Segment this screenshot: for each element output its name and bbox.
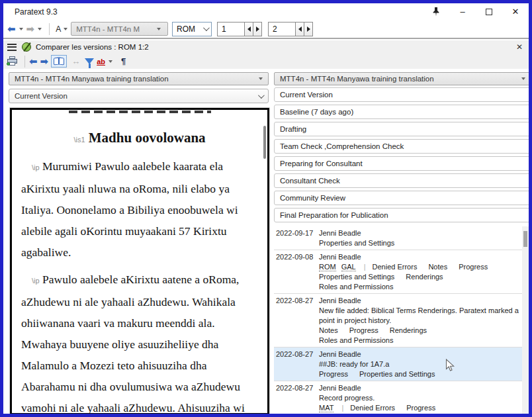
left-arrow-icon <box>298 26 302 32</box>
stage-item[interactable]: Consultant Check <box>274 173 531 188</box>
reference-project-combo[interactable]: MTT4n - MTT4n M <box>71 22 168 36</box>
history-entry[interactable]: 2022-08-27Jenni Beadle##JB: ready for 1A… <box>274 347 523 381</box>
compare-panel-toolbar: ⬅ ➡ ↔ ab ¶ <box>3 54 529 69</box>
chevron-down-icon <box>203 24 210 31</box>
stage-item[interactable]: Final Preparation for Publication <box>274 208 531 222</box>
navigation-toolbar: ⬅ ➡ A MTT4n - MTT4n M ROM 1 2 <box>3 20 529 39</box>
stage-item[interactable]: Preparing for Consultant <box>274 156 531 171</box>
next-change-button[interactable]: ➡ <box>40 55 49 68</box>
history-change-tag: Renderings <box>390 326 427 334</box>
section-heading-text: Madhu oovolowana <box>89 130 206 146</box>
print-button[interactable] <box>7 55 18 68</box>
history-change-tag: Renderings <box>406 273 443 281</box>
history-date: 2022-08-27 <box>274 349 319 379</box>
left-project-combo[interactable]: MTT4n - MTT4n Manyawa training translati… <box>9 72 269 85</box>
chevron-down-icon <box>521 77 525 80</box>
back-history-dropdown[interactable] <box>19 28 23 30</box>
compare-panel-header: Comparer les versions : ROM 1:2 ✕ <box>3 40 529 54</box>
title-bar: Paratext 9.3 – ✕ <box>3 3 529 20</box>
side-by-side-view-button[interactable] <box>51 55 67 68</box>
history-change-tag: Properties and Settings <box>359 370 435 378</box>
history-book-tag: MAT <box>319 404 333 412</box>
history-change-line: Properties and SettingsRenderings <box>319 272 523 282</box>
document-paragraph: \ip Pawulo aalebele aKirixtu aatene a oR… <box>21 269 258 415</box>
history-entry[interactable]: 2022-09-17Jenni BeadleProperties and Set… <box>274 226 523 250</box>
history-book-tag: ROM <box>319 263 336 271</box>
history-author: Jenni Beadle <box>319 296 523 306</box>
back-arrow-icon: ⬅ <box>7 23 16 35</box>
history-author: Jenni Beadle <box>319 252 523 262</box>
forward-button[interactable]: ➡ <box>26 23 35 35</box>
panel-menu-icon[interactable] <box>7 44 17 51</box>
history-change-tag: Denied Errors <box>350 404 395 412</box>
history-date: 2022-08-27 <box>274 383 319 413</box>
history-change-tag: Roles and Permissions <box>319 336 394 344</box>
previous-change-button[interactable]: ⬅ <box>29 55 38 68</box>
chevron-down-icon <box>109 60 112 63</box>
maximize-button[interactable] <box>476 4 502 20</box>
minimize-button[interactable]: – <box>449 4 476 20</box>
history-entry[interactable]: 2022-09-08Jenni BeadleROMGAL|Denied Erro… <box>274 250 523 293</box>
chapter-input[interactable]: 1 <box>217 22 245 36</box>
history-author: Jenni Beadle <box>319 228 523 238</box>
clipped-text-line <box>69 111 211 113</box>
scope-dropdown[interactable] <box>64 28 67 30</box>
scope-selector[interactable]: A <box>56 24 61 34</box>
history-book-tag: GAL <box>341 263 356 271</box>
history-author: Jenni Beadle <box>319 349 523 359</box>
separator <box>49 23 50 35</box>
history-comment: Record progress. <box>319 393 523 403</box>
separator: | <box>341 404 343 412</box>
forward-arrow-icon: ➡ <box>40 56 49 68</box>
panel-close-button[interactable]: ✕ <box>516 42 525 52</box>
hide-identical-button[interactable]: ab <box>97 55 116 68</box>
history-change-tag: Properties and Settings <box>319 273 394 281</box>
filter-icon <box>85 58 94 64</box>
back-button[interactable]: ⬅ <box>7 23 16 35</box>
chapter-spinner: 1 <box>217 22 262 36</box>
printer-icon <box>7 56 18 66</box>
stage-item[interactable]: Community Review <box>274 191 531 205</box>
verse-input[interactable]: 2 <box>268 22 296 36</box>
history-change-tag: Roles and Permissions <box>319 283 394 291</box>
chapter-prev-button[interactable] <box>245 22 253 36</box>
document-paragraph: \ip Murumiwi Pawulo aalebele kaarata ela… <box>21 156 258 263</box>
maximize-icon <box>486 9 492 15</box>
history-entry[interactable]: 2022-08-27Jenni BeadleRecord progress.MA… <box>274 381 523 414</box>
stage-item[interactable]: Drafting <box>274 122 531 136</box>
history-author: Jenni Beadle <box>319 383 523 393</box>
book-combo[interactable]: ROM <box>172 22 212 36</box>
usfm-marker: \ip <box>32 163 40 171</box>
stage-item[interactable]: Team Check ,Comprehension Check <box>274 139 531 154</box>
stage-label: Consultant Check <box>280 177 340 185</box>
history-change-tag: Notes <box>428 263 447 271</box>
history-change-line: Properties and Settings <box>319 238 523 248</box>
left-version-combo[interactable]: Current Version <box>9 89 269 103</box>
history-change-tag: Progress <box>319 370 348 378</box>
history-change-line: MAT|Denied ErrorsProgress <box>319 403 523 413</box>
filter-button[interactable] <box>85 55 94 68</box>
pin-icon[interactable] <box>423 4 449 20</box>
back-arrow-icon: ⬅ <box>29 56 38 68</box>
stage-item[interactable]: Baseline (7 days ago) <box>274 105 531 119</box>
history-change-line: NotesProgressRenderings <box>319 326 523 336</box>
resize-columns-button[interactable]: ↔ <box>69 55 82 68</box>
document-scrollbar-thumb[interactable] <box>263 126 266 159</box>
history-date: 2022-09-08 <box>274 252 319 292</box>
chapter-next-button[interactable] <box>253 22 262 36</box>
history-change-tag: Notes <box>319 326 338 334</box>
forward-arrow-icon: ➡ <box>26 23 35 35</box>
strikethrough-ab-icon: ab <box>97 58 105 66</box>
formatting-marks-button[interactable]: ¶ <box>118 55 126 68</box>
right-project-combo[interactable]: MTT4n - MTT4n Manyawa training translati… <box>274 72 531 85</box>
history-change-line: Roles and Permissions <box>319 282 523 292</box>
history-scrollbar-thumb[interactable] <box>523 231 527 247</box>
history-scrollbar[interactable] <box>522 226 529 416</box>
verse-prev-button[interactable] <box>296 22 304 36</box>
close-button[interactable]: ✕ <box>502 4 529 20</box>
stage-label: Team Check ,Comprehension Check <box>280 142 404 150</box>
stage-item[interactable]: Current Version <box>274 87 531 102</box>
forward-history-dropdown[interactable] <box>38 28 42 30</box>
verse-next-button[interactable] <box>304 22 313 36</box>
history-entry[interactable]: 2022-08-27Jenni BeadleNew file added: Bi… <box>274 293 523 347</box>
